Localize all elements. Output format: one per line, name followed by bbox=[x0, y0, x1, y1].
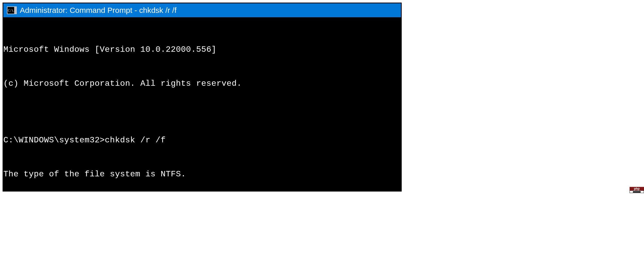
watermark-inner-bar bbox=[633, 191, 641, 193]
command-line: C:\WINDOWS\system32>chkdsk /r /f bbox=[3, 135, 401, 146]
watermark-text: php bbox=[630, 187, 644, 191]
copyright-line: (c) Microsoft Corporation. All rights re… bbox=[3, 78, 401, 89]
command-prompt-window: C:\. Administrator: Command Prompt - chk… bbox=[3, 3, 402, 192]
watermark-bar bbox=[630, 191, 644, 193]
command-text: chkdsk /r /f bbox=[105, 135, 166, 146]
watermark-badge: php bbox=[630, 187, 644, 193]
terminal-output[interactable]: Microsoft Windows [Version 10.0.22000.55… bbox=[3, 17, 401, 191]
titlebar[interactable]: C:\. Administrator: Command Prompt - chk… bbox=[3, 3, 401, 17]
cmd-icon: C:\. bbox=[7, 6, 17, 14]
window-title: Administrator: Command Prompt - chkdsk /… bbox=[20, 6, 177, 15]
output-filesystem: The type of the file system is NTFS. bbox=[3, 169, 401, 180]
version-line: Microsoft Windows [Version 10.0.22000.55… bbox=[3, 44, 401, 55]
prompt-text: C:\WINDOWS\system32> bbox=[3, 135, 105, 146]
